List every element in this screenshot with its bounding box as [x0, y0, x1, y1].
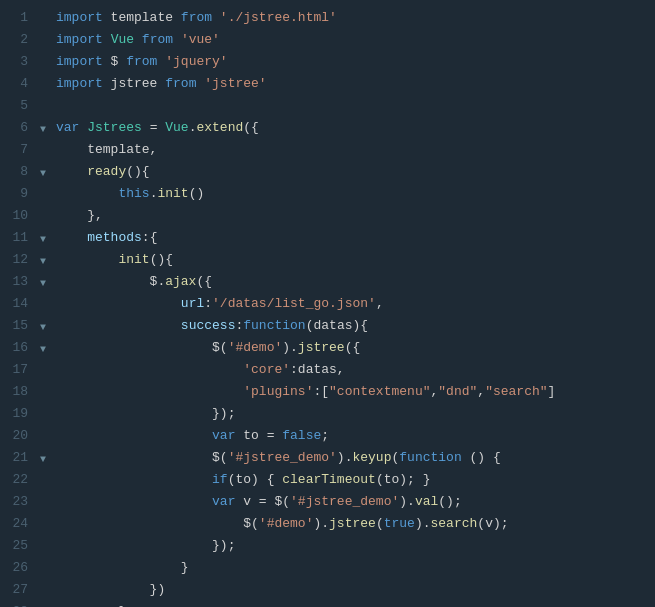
code-line-1: 1 import template from './jstree.html' [0, 8, 655, 30]
line-num-8: 8 [0, 162, 40, 182]
line-num-2: 2 [0, 30, 40, 50]
fold-26 [40, 558, 54, 580]
fold-18 [40, 382, 54, 404]
line-num-20: 20 [0, 426, 40, 446]
line-content-12: init(){ [54, 250, 655, 270]
fold-1 [40, 8, 54, 30]
fold-8: ▼ [40, 162, 54, 184]
fold-23 [40, 492, 54, 514]
code-line-22: 22 if(to) { clearTimeout(to); } [0, 470, 655, 492]
code-line-8: 8 ▼ ready(){ [0, 162, 655, 184]
fold-17 [40, 360, 54, 382]
fold-2 [40, 30, 54, 52]
line-content-1: import template from './jstree.html' [54, 8, 655, 28]
line-num-7: 7 [0, 140, 40, 160]
code-line-11: 11 ▼ methods:{ [0, 228, 655, 250]
code-line-20: 20 var to = false; [0, 426, 655, 448]
fold-22 [40, 470, 54, 492]
line-content-6: var Jstrees = Vue.extend({ [54, 118, 655, 138]
line-content-17: 'core':datas, [54, 360, 655, 380]
code-line-6: 6 ▼ var Jstrees = Vue.extend({ [0, 118, 655, 140]
fold-25 [40, 536, 54, 558]
line-num-21: 21 [0, 448, 40, 468]
code-line-5: 5 [0, 96, 655, 118]
line-content-2: import Vue from 'vue' [54, 30, 655, 50]
code-line-18: 18 'plugins':["contextmenu","dnd","searc… [0, 382, 655, 404]
fold-11: ▼ [40, 228, 54, 250]
code-line-10: 10 }, [0, 206, 655, 228]
code-line-4: 4 import jstree from 'jstree' [0, 74, 655, 96]
line-num-18: 18 [0, 382, 40, 402]
line-content-22: if(to) { clearTimeout(to); } [54, 470, 655, 490]
line-num-13: 13 [0, 272, 40, 292]
code-line-24: 24 $('#demo').jstree(true).search(v); [0, 514, 655, 536]
line-num-28: 28 [0, 602, 40, 607]
line-content-11: methods:{ [54, 228, 655, 248]
fold-9 [40, 184, 54, 206]
code-line-3: 3 import $ from 'jquery' [0, 52, 655, 74]
line-num-12: 12 [0, 250, 40, 270]
code-line-16: 16 ▼ $('#demo').jstree({ [0, 338, 655, 360]
fold-13: ▼ [40, 272, 54, 294]
line-content-9: this.init() [54, 184, 655, 204]
code-line-14: 14 url:'/datas/list_go.json', [0, 294, 655, 316]
fold-3 [40, 52, 54, 74]
code-line-12: 12 ▼ init(){ [0, 250, 655, 272]
line-num-22: 22 [0, 470, 40, 490]
line-num-24: 24 [0, 514, 40, 534]
line-content-14: url:'/datas/list_go.json', [54, 294, 655, 314]
line-num-25: 25 [0, 536, 40, 556]
line-num-11: 11 [0, 228, 40, 248]
line-content-19: }); [54, 404, 655, 424]
code-line-13: 13 ▼ $.ajax({ [0, 272, 655, 294]
line-content-28: } [54, 602, 655, 607]
fold-24 [40, 514, 54, 536]
code-line-25: 25 }); [0, 536, 655, 558]
fold-21: ▼ [40, 448, 54, 470]
line-num-1: 1 [0, 8, 40, 28]
code-line-28: 28 } [0, 602, 655, 607]
code-line-23: 23 var v = $('#jstree_demo').val(); [0, 492, 655, 514]
code-line-17: 17 'core':datas, [0, 360, 655, 382]
line-num-27: 27 [0, 580, 40, 600]
line-content-15: success:function(datas){ [54, 316, 655, 336]
line-num-6: 6 [0, 118, 40, 138]
line-content-21: $('#jstree_demo').keyup(function () { [54, 448, 655, 468]
line-content-13: $.ajax({ [54, 272, 655, 292]
fold-5 [40, 96, 54, 118]
code-line-15: 15 ▼ success:function(datas){ [0, 316, 655, 338]
line-content-3: import $ from 'jquery' [54, 52, 655, 72]
line-num-5: 5 [0, 96, 40, 116]
fold-27 [40, 580, 54, 602]
line-content-10: }, [54, 206, 655, 226]
code-editor: 1 import template from './jstree.html' 2… [0, 0, 655, 607]
line-num-15: 15 [0, 316, 40, 336]
line-num-14: 14 [0, 294, 40, 314]
fold-16: ▼ [40, 338, 54, 360]
fold-20 [40, 426, 54, 448]
code-line-27: 27 }) [0, 580, 655, 602]
line-content-27: }) [54, 580, 655, 600]
fold-4 [40, 74, 54, 96]
fold-12: ▼ [40, 250, 54, 272]
line-num-19: 19 [0, 404, 40, 424]
line-num-3: 3 [0, 52, 40, 72]
line-num-16: 16 [0, 338, 40, 358]
line-content-7: template, [54, 140, 655, 160]
code-line-9: 9 this.init() [0, 184, 655, 206]
line-num-23: 23 [0, 492, 40, 512]
fold-15: ▼ [40, 316, 54, 338]
line-content-18: 'plugins':["contextmenu","dnd","search"] [54, 382, 655, 402]
fold-7 [40, 140, 54, 162]
code-line-7: 7 template, [0, 140, 655, 162]
line-content-16: $('#demo').jstree({ [54, 338, 655, 358]
line-num-9: 9 [0, 184, 40, 204]
fold-6: ▼ [40, 118, 54, 140]
code-line-21: 21 ▼ $('#jstree_demo').keyup(function ()… [0, 448, 655, 470]
line-content-26: } [54, 558, 655, 578]
line-content-8: ready(){ [54, 162, 655, 182]
fold-19 [40, 404, 54, 426]
fold-10 [40, 206, 54, 228]
line-content-25: }); [54, 536, 655, 556]
code-line-26: 26 } [0, 558, 655, 580]
